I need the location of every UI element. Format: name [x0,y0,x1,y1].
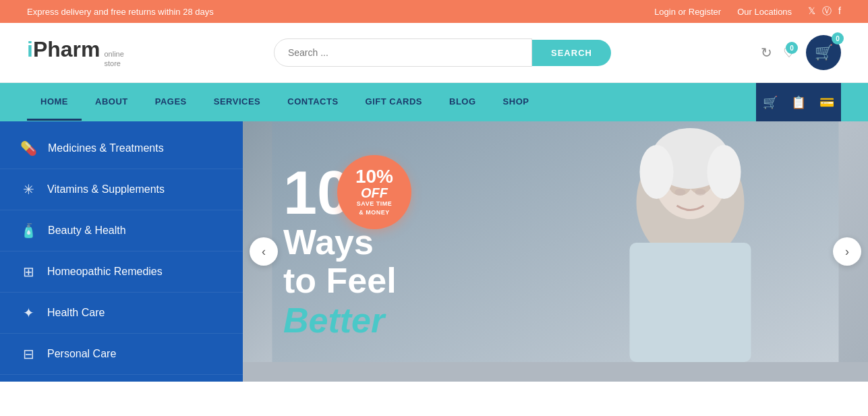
badge-off: OFF [361,186,388,200]
nav-item-contacts[interactable]: CONTACTS [274,84,351,121]
cart-badge: 0 [832,32,844,44]
top-bar-right: Login or Register Our Locations 𝕏 Ⓥ f [654,5,841,18]
header-icons: ↻ ♡ 0 🛒 0 [761,35,841,70]
header: iPharm online store SEARCH ↻ ♡ 0 🛒 0 [0,23,868,83]
sidebar-item-personal[interactable]: ⊟ Personal Care [0,334,243,375]
twitter-icon[interactable]: 𝕏 [808,5,815,18]
discount-badge: 10% OFF SAVE TIME & MONEY [337,155,411,229]
nav-item-shop[interactable]: SHOP [490,84,543,121]
personal-icon: ⊟ [20,346,36,362]
instagram-icon[interactable]: Ⓥ [822,5,832,18]
nav-item-pages[interactable]: PAGES [142,84,200,121]
svg-point-8 [707,145,741,199]
sidebar: 💊 Medicines & Treatments ✳ Vitamins & Su… [0,121,243,382]
svg-point-7 [640,145,674,199]
sidebar-label-medicines: Medicines & Treatments [48,142,164,154]
hero-better: Better [283,300,397,340]
svg-rect-3 [630,243,751,362]
homeopathic-icon: ⊞ [20,264,36,280]
nav-item-home[interactable]: HOME [27,84,82,121]
sidebar-item-beauty[interactable]: 🧴 Beauty & Health [0,210,243,251]
sidebar-label-homeopathic: Homeopathic Remedies [47,266,163,278]
sidebar-item-health-care[interactable]: ✦ Health Care [0,293,243,334]
sidebar-label-beauty: Beauty & Health [48,225,126,237]
badge-percent: 10% [355,167,393,186]
health-care-icon: ✦ [20,305,36,321]
social-icons: 𝕏 Ⓥ f [808,5,841,18]
main-content: 💊 Medicines & Treatments ✳ Vitamins & Su… [0,121,868,382]
sidebar-label-personal: Personal Care [47,348,116,360]
logo[interactable]: iPharm online store [27,37,124,67]
logo-i: i [27,37,33,61]
top-bar: Express delivery and free returns within… [0,0,868,23]
hero-section: 10 Ways to Feel Better 10% OFF SAVE TIME… [243,121,868,382]
sidebar-label-health-care: Health Care [47,307,105,319]
wishlist-icon-wrap[interactable]: ♡ 0 [783,44,795,61]
hero-line2: to Feel [283,262,397,300]
svg-point-10 [695,189,706,196]
nav-doc-icon[interactable]: 📋 [784,83,813,121]
search-area: SEARCH [274,38,611,67]
facebook-icon[interactable]: f [838,5,841,18]
cart-button[interactable]: 🛒 0 [806,35,841,70]
sidebar-item-vitamins[interactable]: ✳ Vitamins & Supplements [0,169,243,210]
badge-save-line1: SAVE TIME [357,200,392,208]
sidebar-item-homeopathic[interactable]: ⊞ Homeopathic Remedies [0,251,243,293]
svg-point-9 [675,189,686,196]
nav-side-icons: 🛒 📋 💳 [756,83,841,121]
nav-wallet-icon[interactable]: 💳 [813,83,841,121]
badge-save-line2: & MONEY [359,208,390,217]
sidebar-item-medicines[interactable]: 💊 Medicines & Treatments [0,128,243,169]
nav-cart-icon[interactable]: 🛒 [756,83,784,121]
cart-icon: 🛒 [815,44,833,61]
logo-pharm: Pharm [33,37,100,61]
nav-item-services[interactable]: SERVICES [200,84,274,121]
delivery-text: Express delivery and free returns within… [27,7,214,17]
nav-item-about[interactable]: ABOUT [82,84,142,121]
logo-tagline: online store [104,50,123,67]
logo-text: iPharm [27,37,100,62]
sidebar-label-vitamins: Vitamins & Supplements [47,183,165,196]
prev-arrow[interactable]: ‹ [250,237,278,266]
login-link[interactable]: Login or Register [654,7,721,17]
nav-item-gift-cards[interactable]: GIFT CARDS [352,84,436,121]
locations-link[interactable]: Our Locations [737,7,792,17]
next-arrow[interactable]: › [833,237,861,266]
wishlist-badge: 0 [786,42,798,54]
nav-item-blog[interactable]: BLOG [436,84,490,121]
medicines-icon: 💊 [20,140,37,156]
beauty-icon: 🧴 [20,222,37,239]
search-input[interactable] [274,38,532,67]
search-button[interactable]: SEARCH [532,40,611,66]
refresh-icon-wrap[interactable]: ↻ [761,44,772,61]
refresh-icon: ↻ [761,45,772,60]
navigation: HOME ABOUT PAGES SERVICES CONTACTS GIFT … [0,83,868,121]
vitamins-icon: ✳ [20,181,36,198]
